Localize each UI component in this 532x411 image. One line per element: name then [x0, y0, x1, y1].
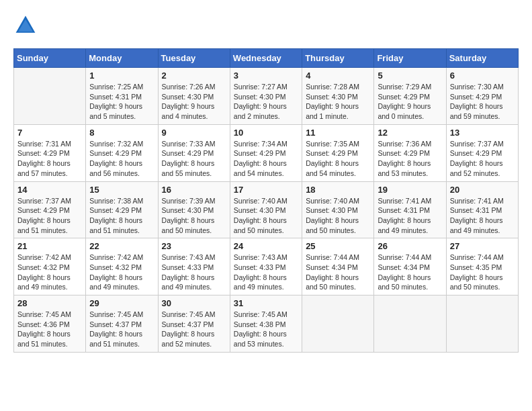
day-number: 6: [450, 71, 515, 81]
day-number: 3: [234, 71, 298, 81]
day-info: Sunrise: 7:45 AM Sunset: 4:37 PM Dayligh…: [162, 310, 226, 349]
calendar-cell: [14, 68, 86, 125]
calendar-cell: 17Sunrise: 7:40 AM Sunset: 4:30 PM Dayli…: [230, 181, 302, 238]
calendar-cell: 26Sunrise: 7:44 AM Sunset: 4:34 PM Dayli…: [374, 238, 446, 295]
day-info: Sunrise: 7:29 AM Sunset: 4:29 PM Dayligh…: [378, 82, 442, 122]
calendar-cell: 3Sunrise: 7:27 AM Sunset: 4:30 PM Daylig…: [230, 68, 302, 125]
logo-icon: [13, 13, 38, 38]
day-info: Sunrise: 7:44 AM Sunset: 4:34 PM Dayligh…: [306, 253, 370, 292]
calendar-cell: 18Sunrise: 7:40 AM Sunset: 4:30 PM Dayli…: [302, 181, 374, 238]
calendar-cell: 28Sunrise: 7:45 AM Sunset: 4:36 PM Dayli…: [14, 295, 86, 353]
day-number: 12: [378, 128, 442, 138]
calendar-cell: 16Sunrise: 7:39 AM Sunset: 4:30 PM Dayli…: [158, 181, 230, 238]
day-number: 27: [450, 241, 515, 251]
day-number: 5: [378, 71, 442, 81]
day-number: 21: [17, 241, 82, 251]
day-number: 1: [89, 71, 154, 81]
calendar-cell: 25Sunrise: 7:44 AM Sunset: 4:34 PM Dayli…: [302, 238, 374, 295]
calendar-cell: 8Sunrise: 7:32 AM Sunset: 4:29 PM Daylig…: [86, 124, 158, 181]
day-info: Sunrise: 7:30 AM Sunset: 4:29 PM Dayligh…: [450, 82, 515, 122]
day-info: Sunrise: 7:42 AM Sunset: 4:32 PM Dayligh…: [89, 253, 154, 292]
day-info: Sunrise: 7:41 AM Sunset: 4:31 PM Dayligh…: [450, 196, 515, 236]
calendar-cell: 15Sunrise: 7:38 AM Sunset: 4:29 PM Dayli…: [86, 181, 158, 238]
day-info: Sunrise: 7:41 AM Sunset: 4:31 PM Dayligh…: [378, 196, 442, 236]
calendar-week-row: 7Sunrise: 7:31 AM Sunset: 4:29 PM Daylig…: [14, 124, 519, 181]
day-number: 17: [234, 185, 298, 195]
calendar-cell: 12Sunrise: 7:36 AM Sunset: 4:29 PM Dayli…: [374, 124, 446, 181]
calendar-cell: [374, 295, 446, 353]
weekday-header: Friday: [374, 49, 446, 68]
day-number: 20: [450, 185, 515, 195]
day-info: Sunrise: 7:32 AM Sunset: 4:29 PM Dayligh…: [89, 139, 154, 179]
calendar-cell: 6Sunrise: 7:30 AM Sunset: 4:29 PM Daylig…: [446, 68, 518, 125]
calendar-cell: 22Sunrise: 7:42 AM Sunset: 4:32 PM Dayli…: [86, 238, 158, 295]
calendar-cell: 1Sunrise: 7:25 AM Sunset: 4:31 PM Daylig…: [86, 68, 158, 125]
calendar-cell: 19Sunrise: 7:41 AM Sunset: 4:31 PM Dayli…: [374, 181, 446, 238]
day-number: 7: [17, 128, 82, 138]
calendar-cell: 20Sunrise: 7:41 AM Sunset: 4:31 PM Dayli…: [446, 181, 518, 238]
calendar-cell: 21Sunrise: 7:42 AM Sunset: 4:32 PM Dayli…: [14, 238, 86, 295]
calendar-cell: 9Sunrise: 7:33 AM Sunset: 4:29 PM Daylig…: [158, 124, 230, 181]
day-info: Sunrise: 7:44 AM Sunset: 4:35 PM Dayligh…: [450, 253, 515, 292]
weekday-header: Wednesday: [230, 49, 302, 68]
day-number: 2: [162, 71, 226, 81]
calendar-cell: 23Sunrise: 7:43 AM Sunset: 4:33 PM Dayli…: [158, 238, 230, 295]
day-number: 30: [162, 298, 226, 308]
day-info: Sunrise: 7:26 AM Sunset: 4:30 PM Dayligh…: [162, 82, 226, 122]
day-info: Sunrise: 7:35 AM Sunset: 4:29 PM Dayligh…: [306, 139, 370, 179]
day-number: 29: [89, 298, 154, 308]
day-number: 4: [306, 71, 370, 81]
day-number: 24: [234, 241, 298, 251]
day-number: 10: [234, 128, 298, 138]
day-number: 18: [306, 185, 370, 195]
calendar-cell: [446, 295, 518, 353]
day-info: Sunrise: 7:45 AM Sunset: 4:37 PM Dayligh…: [89, 310, 154, 349]
day-info: Sunrise: 7:28 AM Sunset: 4:30 PM Dayligh…: [306, 82, 370, 122]
calendar-cell: [302, 295, 374, 353]
weekday-header: Sunday: [14, 49, 86, 68]
day-number: 14: [17, 185, 82, 195]
day-info: Sunrise: 7:36 AM Sunset: 4:29 PM Dayligh…: [378, 139, 442, 179]
calendar-table: SundayMondayTuesdayWednesdayThursdayFrid…: [13, 48, 519, 353]
day-info: Sunrise: 7:27 AM Sunset: 4:30 PM Dayligh…: [234, 82, 298, 122]
day-info: Sunrise: 7:37 AM Sunset: 4:29 PM Dayligh…: [450, 139, 515, 179]
calendar-cell: 10Sunrise: 7:34 AM Sunset: 4:29 PM Dayli…: [230, 124, 302, 181]
calendar-cell: 29Sunrise: 7:45 AM Sunset: 4:37 PM Dayli…: [86, 295, 158, 353]
day-number: 11: [306, 128, 370, 138]
day-number: 28: [17, 298, 82, 308]
weekday-header: Monday: [86, 49, 158, 68]
calendar-cell: 13Sunrise: 7:37 AM Sunset: 4:29 PM Dayli…: [446, 124, 518, 181]
day-info: Sunrise: 7:39 AM Sunset: 4:30 PM Dayligh…: [162, 196, 226, 236]
day-info: Sunrise: 7:38 AM Sunset: 4:29 PM Dayligh…: [89, 196, 154, 236]
logo: [13, 13, 40, 38]
day-number: 19: [378, 185, 442, 195]
day-number: 8: [89, 128, 154, 138]
calendar-cell: 2Sunrise: 7:26 AM Sunset: 4:30 PM Daylig…: [158, 68, 230, 125]
calendar-cell: 24Sunrise: 7:43 AM Sunset: 4:33 PM Dayli…: [230, 238, 302, 295]
day-number: 13: [450, 128, 515, 138]
day-info: Sunrise: 7:34 AM Sunset: 4:29 PM Dayligh…: [234, 139, 298, 179]
calendar-cell: 5Sunrise: 7:29 AM Sunset: 4:29 PM Daylig…: [374, 68, 446, 125]
day-number: 15: [89, 185, 154, 195]
calendar-cell: 7Sunrise: 7:31 AM Sunset: 4:29 PM Daylig…: [14, 124, 86, 181]
day-info: Sunrise: 7:40 AM Sunset: 4:30 PM Dayligh…: [306, 196, 370, 236]
day-number: 26: [378, 241, 442, 251]
calendar-week-row: 28Sunrise: 7:45 AM Sunset: 4:36 PM Dayli…: [14, 295, 519, 353]
calendar-header-row: SundayMondayTuesdayWednesdayThursdayFrid…: [14, 49, 519, 68]
day-number: 31: [234, 298, 298, 308]
day-info: Sunrise: 7:44 AM Sunset: 4:34 PM Dayligh…: [378, 253, 442, 292]
day-info: Sunrise: 7:33 AM Sunset: 4:29 PM Dayligh…: [162, 139, 226, 179]
calendar-cell: 14Sunrise: 7:37 AM Sunset: 4:29 PM Dayli…: [14, 181, 86, 238]
day-number: 23: [162, 241, 226, 251]
day-info: Sunrise: 7:43 AM Sunset: 4:33 PM Dayligh…: [234, 253, 298, 292]
day-number: 25: [306, 241, 370, 251]
weekday-header: Thursday: [302, 49, 374, 68]
day-info: Sunrise: 7:25 AM Sunset: 4:31 PM Dayligh…: [89, 82, 154, 122]
day-info: Sunrise: 7:45 AM Sunset: 4:36 PM Dayligh…: [17, 310, 82, 349]
day-number: 22: [89, 241, 154, 251]
calendar-cell: 27Sunrise: 7:44 AM Sunset: 4:35 PM Dayli…: [446, 238, 518, 295]
weekday-header: Saturday: [446, 49, 518, 68]
day-number: 9: [162, 128, 226, 138]
calendar-cell: 31Sunrise: 7:45 AM Sunset: 4:38 PM Dayli…: [230, 295, 302, 353]
day-info: Sunrise: 7:40 AM Sunset: 4:30 PM Dayligh…: [234, 196, 298, 236]
